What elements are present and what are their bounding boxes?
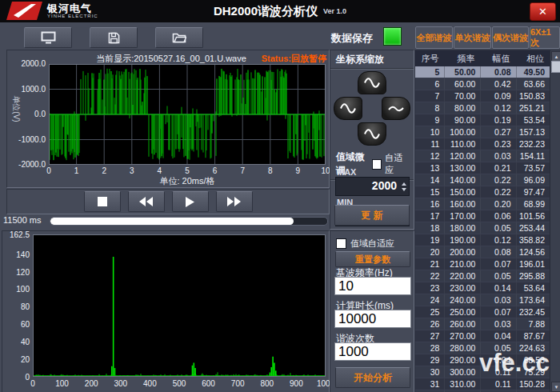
table-row[interactable]: 12120.000.03154.11 (415, 150, 550, 162)
filter-all-harmonics-button[interactable]: 全部谐波 (415, 26, 453, 49)
scroll-down-icon[interactable]: ▼ (551, 382, 560, 392)
table-row[interactable]: 19190.000.12358.82 (415, 234, 550, 246)
save-icon (108, 32, 120, 44)
table-row[interactable]: 25250.000.07232.45 (415, 306, 550, 318)
axis-tick-label: 9 (291, 166, 304, 175)
axis-tick-label: 8 (264, 166, 277, 175)
update-button[interactable]: 更 新 (334, 205, 410, 226)
table-cell: 160.00 (445, 198, 481, 210)
table-cell: 20 (415, 246, 445, 258)
table-row[interactable]: 20200.000.08124.56 (415, 246, 550, 258)
table-cell: 290.00 (445, 354, 481, 366)
play-button[interactable] (172, 191, 209, 212)
table-cell: 0.12 (481, 102, 516, 114)
axis-tick-label: 800 (256, 379, 278, 388)
axis-tick-label: 300 (110, 379, 132, 388)
axis-tick-label: 100 (51, 379, 74, 388)
table-cell: 0.06 (481, 210, 516, 222)
calc-duration-input[interactable] (334, 310, 411, 328)
auto-value-range-checkbox[interactable] (336, 238, 346, 249)
axis-tick-label: 100 (2, 285, 30, 294)
table-cell: 130.00 (445, 162, 481, 174)
spectrum-plot-area (33, 234, 326, 377)
table-row[interactable]: 27270.000.0487.67 (415, 330, 550, 342)
max-spinner-arrows[interactable] (399, 178, 409, 195)
table-cell: 250.00 (445, 306, 481, 318)
table-row[interactable]: 14140.000.2296.09 (415, 174, 550, 186)
table-row[interactable]: 26260.000.037.88 (415, 318, 550, 330)
table-row[interactable]: 22220.000.05295.88 (415, 270, 550, 282)
table-cell: 0.04 (481, 330, 516, 342)
reset-params-button[interactable]: 重置参数 (335, 251, 410, 267)
table-cell: 251.21 (517, 102, 550, 114)
table-cell: 0.14 (481, 282, 516, 294)
table-row[interactable]: 770.000.09150.83 (415, 90, 550, 102)
spin-down-icon[interactable] (402, 188, 406, 191)
table-scrollbar[interactable]: ▲ ▼ (550, 50, 560, 392)
sine-wave-icon (339, 103, 357, 114)
table-row[interactable]: 880.000.12251.21 (415, 102, 550, 114)
axis-tick-label: 120 (2, 268, 30, 277)
axis-tick-label: 6 (209, 166, 222, 175)
table-body: 550.000.0849.50660.000.4263.66770.000.09… (415, 66, 550, 392)
table-cell: 70.00 (445, 90, 481, 102)
waveform-y-unit-label: 单位(V) (10, 91, 22, 126)
table-cell: 16 (415, 198, 445, 210)
table-row[interactable]: 17170.000.06101.56 (415, 210, 550, 222)
table-cell: 73.57 (517, 162, 550, 174)
playback-scrollbar-thumb[interactable] (50, 218, 294, 225)
auto-range-checkbox[interactable] (372, 159, 382, 170)
zoom-right-button[interactable] (382, 97, 410, 120)
spin-up-icon[interactable] (402, 182, 406, 186)
table-cell: 87.67 (517, 330, 550, 342)
start-analysis-button[interactable]: 开始分析 (335, 367, 410, 388)
max-spinner[interactable]: 2000 (335, 177, 410, 196)
display-button[interactable] (24, 27, 72, 48)
data-save-indicator[interactable] (383, 27, 402, 46)
zoom-down-button[interactable] (358, 122, 386, 146)
auto-range-option[interactable]: 自适应 (372, 152, 410, 176)
table-cell: 170.00 (445, 210, 481, 222)
filter-single-harmonics-button[interactable]: 单次谐波 (454, 26, 491, 49)
axis-tick-label: 2000.0 (9, 59, 46, 68)
table-row[interactable]: 15150.000.2297.47 (415, 186, 550, 198)
close-button[interactable]: ✕ (530, 2, 556, 21)
rewind-button[interactable] (128, 191, 165, 212)
table-row[interactable]: 18180.000.05253.44 (415, 222, 550, 234)
zoom-up-button[interactable] (358, 71, 386, 94)
auto-value-range-option[interactable]: 值域自适应 (336, 238, 394, 250)
save-button[interactable] (90, 27, 138, 48)
axis-tick-label: 162.5 (2, 230, 30, 239)
window-title-area: DH2000谐波分析仪 Ver 1.0 (0, 0, 560, 22)
filter-6x1-button[interactable]: 6X±1次 (530, 26, 560, 49)
filter-even-harmonics-button[interactable]: 偶次谐波 (492, 26, 529, 49)
table-cell: 0.20 (481, 198, 516, 210)
open-file-button[interactable] (155, 27, 203, 48)
table-cell: 157.13 (517, 126, 550, 138)
table-scrollbar-thumb[interactable] (551, 61, 560, 73)
table-cell: 17 (415, 210, 445, 222)
table-cell: 10 (415, 126, 445, 138)
table-row[interactable]: 23230.000.1453.64 (415, 282, 550, 294)
spectrum-chart (33, 234, 326, 377)
table-row[interactable]: 550.000.0849.50 (415, 66, 550, 78)
table-row[interactable]: 21210.000.07196.01 (415, 258, 550, 270)
harmonic-count-input[interactable] (334, 342, 411, 361)
table-row[interactable]: 660.000.4263.66 (415, 78, 550, 90)
table-row[interactable]: 16160.000.2068.99 (415, 198, 550, 210)
fast-forward-button[interactable] (216, 191, 253, 212)
col-header-phase: 相位 (517, 50, 550, 66)
table-row[interactable]: 24240.000.03173.64 (415, 294, 550, 306)
zoom-left-button[interactable] (334, 97, 362, 120)
fundamental-freq-input[interactable] (334, 277, 411, 295)
stop-button[interactable] (84, 191, 121, 212)
table-row[interactable]: 10100.000.27157.13 (415, 126, 550, 138)
playback-scrollbar[interactable] (50, 217, 328, 226)
table-cell: 5 (415, 66, 445, 78)
table-cell: 253.44 (517, 222, 550, 234)
table-row[interactable]: 990.000.1953.54 (415, 114, 550, 126)
table-row[interactable]: 11110.000.23232.23 (415, 138, 550, 150)
table-row[interactable]: 13130.000.2173.57 (415, 162, 550, 174)
table-row[interactable]: 31310.000.11150.28 (415, 378, 550, 390)
table-cell: 0.03 (481, 294, 516, 306)
